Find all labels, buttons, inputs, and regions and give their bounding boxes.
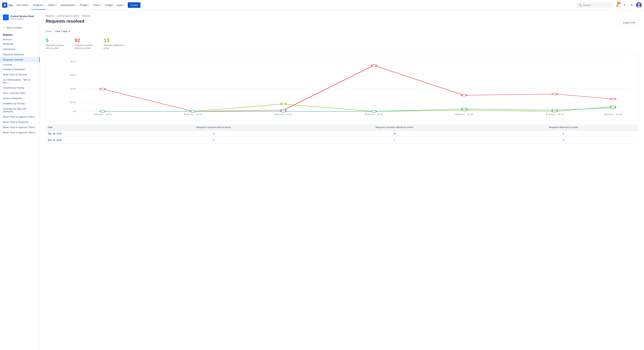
- svg-point-32: [281, 103, 286, 105]
- th-deflected-portal: Requests deflected in portal: [489, 125, 638, 130]
- svg-point-29: [610, 98, 616, 100]
- breadcrumb: Projects / Central Service Desk / Report…: [46, 14, 638, 17]
- svg-point-23: [100, 88, 105, 90]
- table-cell-col2: 16: [300, 130, 489, 137]
- sidebar-item-sla-success[interactable]: SLA – Success Rate: [0, 90, 40, 96]
- nav-apps[interactable]: Apps ▾: [115, 2, 126, 8]
- sidebar-item-requests-deflected[interactable]: Requests deflected: [0, 52, 40, 57]
- chart-container: 40 30 20 10 0 Mar 18 Mar 19 Mar 20 Mar 2…: [46, 54, 638, 120]
- breadcrumb-projects[interactable]: Projects: [46, 14, 54, 17]
- sidebar-item-mean-time-approve-1[interactable]: Mean Time to Approve 'Norm...: [0, 114, 40, 120]
- svg-text:Mar 22: Mar 22: [455, 113, 473, 116]
- app-body: Central Service Desk Service project ← B…: [0, 10, 644, 350]
- sidebar-item-changes-type[interactable]: Changes by Type (All Statuses): [0, 106, 40, 114]
- back-to-project-link[interactable]: ← Back to project: [0, 25, 40, 30]
- chevron-down-icon: ▾: [69, 30, 70, 32]
- main-content: Projects / Central Service Desk / Report…: [40, 10, 644, 350]
- table-row: Mar 18, 2022 0 16 0: [46, 130, 638, 137]
- th-resolved-with-article: Requests resolved with an article: [127, 125, 300, 130]
- project-icon: [3, 14, 9, 20]
- svg-point-5: [4, 16, 8, 19]
- sidebar-item-mean-time-respond[interactable]: Mean Time to Respond: [0, 120, 40, 125]
- sidebar-item-requests-resolved[interactable]: Requests resolved: [0, 57, 40, 62]
- avatar[interactable]: [636, 2, 642, 8]
- data-table: Date Requests resolved with an article R…: [46, 125, 638, 144]
- project-name: Central Service Desk: [10, 15, 34, 18]
- stat-resolved-without-article: 92 Requests resolved without an article: [75, 37, 96, 50]
- stat-deflected-in-portal: 13 Requests deflected in portal: [104, 37, 126, 50]
- notifications-button[interactable]: 🔔 9+: [614, 2, 620, 8]
- sidebar-item-mean-time-approve-3[interactable]: Mean Time to Approve 'Norm...: [0, 130, 40, 135]
- project-type: Service project: [10, 18, 34, 20]
- table-cell-col2: 1: [300, 137, 489, 144]
- export-csv-button[interactable]: Export CSV: [620, 20, 638, 25]
- breadcrumb-central-service-desk[interactable]: Central Service Desk: [57, 14, 79, 17]
- sidebar-item-incidents-priority[interactable]: Incidents by Priority: [0, 85, 40, 90]
- svg-point-26: [371, 64, 376, 66]
- svg-text:Jira: Jira: [8, 4, 13, 7]
- table-row: Mar 19, 2022 0 1 0: [46, 137, 638, 144]
- help-icon: ?: [624, 4, 625, 6]
- chevron-down-icon: ▾: [75, 4, 76, 6]
- svg-text:Mar 19: Mar 19: [184, 113, 202, 116]
- sidebar-project-header: Central Service Desk Service project: [0, 13, 40, 23]
- sidebar-item-mean-time-approve-2[interactable]: Mean Time to Approve 'Norm...: [0, 125, 40, 130]
- svg-point-3: [638, 4, 640, 5]
- requests-resolved-chart: 40 30 20 10 0 Mar 18 Mar 19 Mar 20 Mar 2…: [50, 58, 634, 116]
- svg-point-41: [462, 108, 467, 110]
- chevron-down-icon: ▾: [88, 4, 89, 6]
- sidebar-item-created-resolved[interactable]: Created & Resolved: [0, 67, 40, 72]
- topnav-right-actions: 🔍 🔔 9+ ? ⚙: [576, 2, 642, 8]
- sidebar-item-sla-resolution[interactable]: SLA (Resolution) - Met vs Bre...: [0, 77, 40, 85]
- stat-value-resolved-with-article: 5: [46, 37, 68, 44]
- sidebar-reports-heading: Reports: [0, 32, 40, 37]
- sidebar-item-satisfaction[interactable]: Satisfaction: [0, 46, 40, 52]
- table-header-row: Date Requests resolved with an article R…: [46, 125, 638, 130]
- th-resolved-without-article: Requests resolved without an article: [300, 125, 489, 130]
- svg-point-37: [100, 110, 105, 112]
- sidebar-default-section: DEFAULT: [0, 37, 40, 41]
- search-input[interactable]: [583, 4, 611, 6]
- notification-badge: 9+: [617, 2, 620, 4]
- breadcrumb-current: Reports: [82, 14, 90, 17]
- chevron-down-icon: ▾: [100, 4, 101, 6]
- chevron-down-icon: ▾: [28, 4, 29, 6]
- breadcrumb-sep-1: /: [55, 14, 56, 17]
- search-icon: 🔍: [579, 4, 582, 6]
- nav-projects[interactable]: Projects ▾: [31, 2, 46, 8]
- breadcrumb-sep-2: /: [80, 14, 81, 17]
- sidebar: Central Service Desk Service project ← B…: [0, 10, 40, 350]
- svg-point-39: [281, 110, 286, 112]
- page-title: Requests resolved: [46, 19, 84, 24]
- settings-icon: ⚙: [630, 4, 633, 6]
- jira-logo[interactable]: Jira: [2, 2, 13, 8]
- search-box[interactable]: 🔍: [576, 2, 613, 8]
- svg-text:10: 10: [70, 101, 76, 104]
- chevron-down-icon: ▾: [123, 4, 124, 6]
- table-cell-col1: 0: [127, 130, 300, 137]
- nav-people[interactable]: People ▾: [78, 2, 91, 8]
- table-cell-date: Mar 18, 2022: [46, 130, 127, 137]
- sidebar-item-problems-priority[interactable]: Problems by Priority: [0, 101, 40, 106]
- svg-point-38: [190, 110, 196, 112]
- nav-dashboards[interactable]: Dashboards ▾: [58, 2, 78, 8]
- topnav: Jira Your work ▾ Projects ▾ Filters ▾ Da…: [0, 0, 644, 10]
- nav-filters[interactable]: Filters ▾: [46, 2, 58, 8]
- nav-your-work[interactable]: Your work ▾: [14, 2, 31, 8]
- sidebar-item-workload[interactable]: Workload: [0, 41, 40, 46]
- chevron-down-icon: ▾: [43, 4, 44, 6]
- nav-plans[interactable]: Plans ▾: [92, 2, 103, 8]
- period-dropdown[interactable]: Past 7 days ▾: [54, 29, 72, 34]
- settings-button[interactable]: ⚙: [629, 2, 634, 8]
- svg-text:Mar 20: Mar 20: [274, 113, 292, 116]
- create-button[interactable]: Create: [128, 2, 140, 8]
- chevron-down-icon: ▾: [56, 4, 56, 6]
- show-label: Show: [46, 30, 52, 32]
- help-button[interactable]: ?: [622, 2, 627, 8]
- table-cell-col3: 0: [489, 130, 638, 137]
- sidebar-item-service-requests[interactable]: Service Requests: [0, 96, 40, 101]
- svg-point-4: [637, 6, 640, 8]
- svg-text:Mar 23: Mar 23: [546, 113, 564, 116]
- sidebar-item-mean-time-resolve[interactable]: Mean Time to Resolve: [0, 72, 40, 77]
- nav-insight[interactable]: Insight: [104, 2, 114, 8]
